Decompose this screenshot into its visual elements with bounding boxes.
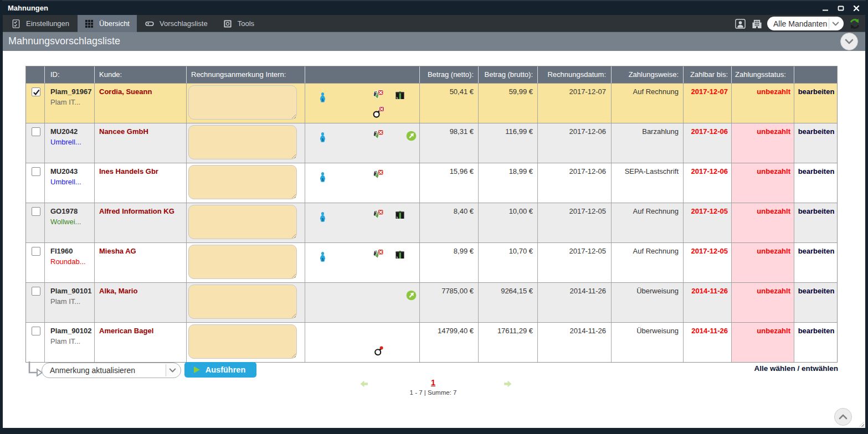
note-textarea[interactable]: [188, 125, 297, 159]
maximize-button[interactable]: [838, 5, 844, 12]
goto-arrow-icon[interactable]: [406, 131, 417, 141]
invoice-date: 2017-12-06: [538, 123, 612, 163]
chevron-down-icon: [169, 368, 176, 373]
note-cell: [187, 123, 305, 163]
customer-link[interactable]: Alka, Mario: [95, 283, 187, 322]
row-checkbox[interactable]: [32, 287, 40, 296]
row-icons-cell: [305, 123, 420, 163]
prev-page-icon[interactable]: [360, 380, 368, 388]
execute-button[interactable]: Ausführen: [184, 362, 256, 378]
invoice-date: 2014-11-26: [538, 283, 612, 322]
row-checkbox[interactable]: [32, 127, 40, 136]
note-textarea[interactable]: [188, 324, 297, 359]
tab-einstellungen[interactable]: Einstellungen: [4, 15, 76, 32]
tab-tools[interactable]: Tools: [216, 15, 261, 32]
checkbox-cell: [26, 203, 45, 242]
table-row: Plam_91967 Plam IT... Cordia, Sueann 50,…: [26, 83, 837, 123]
client-link[interactable]: Plam IT...: [50, 297, 94, 306]
note-textarea[interactable]: [188, 85, 297, 120]
page-title: Mahnungsvorschlagsliste: [8, 35, 120, 47]
client-link[interactable]: Umbrell...: [50, 178, 94, 186]
tab-übersicht[interactable]: Übersicht: [78, 15, 137, 32]
id-cell: MU2043 Umbrell...: [45, 163, 95, 203]
customer-link[interactable]: Ines Handels Gbr: [95, 163, 187, 203]
note-cell: [187, 323, 305, 362]
customer-link[interactable]: Nancee GmbH: [95, 123, 187, 163]
customer-link[interactable]: Cordia, Sueann: [95, 84, 187, 123]
tab-label: Übersicht: [99, 19, 130, 28]
goto-arrow-icon[interactable]: [406, 290, 417, 301]
row-checkbox[interactable]: [32, 167, 40, 176]
dunning-cancel-icon[interactable]: [371, 90, 383, 101]
user-icon[interactable]: [735, 19, 746, 29]
collapse-button[interactable]: [840, 33, 858, 50]
row-icons-cell: [305, 84, 420, 123]
edit-link[interactable]: bearbeiten: [794, 243, 838, 282]
header-zahlbar: Zahlbar bis:: [684, 66, 732, 83]
edit-link[interactable]: bearbeiten: [794, 203, 838, 242]
scroll-top-button[interactable]: [834, 408, 852, 426]
edit-link[interactable]: bearbeiten: [794, 323, 838, 362]
package-icon[interactable]: [394, 90, 405, 101]
mandant-select[interactable]: Alle Mandanten: [767, 17, 844, 30]
row-checkbox[interactable]: [32, 327, 40, 335]
tab-vorschlagsliste[interactable]: Vorschlagsliste: [138, 15, 215, 32]
row-checkbox[interactable]: [32, 87, 40, 96]
edit-link[interactable]: bearbeiten: [794, 163, 838, 203]
window-titlebar: Mahnungen: [3, 2, 865, 15]
table-row: MU2043 Umbrell... Ines Handels Gbr 15,96…: [26, 163, 837, 203]
minimize-button[interactable]: [822, 5, 829, 12]
settings-checklist-icon: [12, 19, 20, 28]
edit-link[interactable]: bearbeiten: [794, 84, 838, 123]
customer-link[interactable]: Miesha AG: [95, 243, 187, 282]
client-link[interactable]: Plam IT...: [50, 337, 94, 345]
checkbox-cell: [26, 84, 45, 123]
edit-link[interactable]: bearbeiten: [794, 123, 838, 163]
header-kunde: Kunde:: [95, 66, 187, 83]
close-button[interactable]: [853, 5, 860, 12]
client-link[interactable]: Plam IT...: [50, 98, 94, 106]
client-link[interactable]: Roundab...: [50, 257, 94, 266]
note-textarea[interactable]: [188, 245, 297, 279]
note-textarea[interactable]: [188, 285, 297, 319]
search-cancel-icon[interactable]: [372, 106, 384, 118]
invoice-id: MU2043: [50, 167, 94, 175]
row-checkbox[interactable]: [32, 207, 40, 216]
note-textarea[interactable]: [188, 165, 297, 199]
invoice-id: Plam_90102: [50, 327, 94, 335]
money-person-icon[interactable]: [317, 172, 328, 183]
main-content: ID: Kunde: Rechnungsanmerkung Intern: Be…: [3, 51, 865, 428]
customer-link[interactable]: American Bagel: [95, 323, 187, 362]
refresh-icon[interactable]: [849, 18, 860, 29]
window-resize-grip[interactable]: [859, 422, 864, 427]
money-person-icon[interactable]: [317, 92, 328, 103]
client-link[interactable]: Umbrell...: [50, 138, 94, 146]
dunning-cancel-icon[interactable]: [371, 169, 383, 180]
dunning-cancel-icon[interactable]: [371, 249, 383, 260]
edit-link[interactable]: bearbeiten: [794, 283, 838, 322]
company-icon[interactable]: [752, 19, 762, 29]
dunning-cancel-icon[interactable]: [371, 209, 383, 220]
money-person-icon[interactable]: [317, 132, 328, 143]
due-date: 2017-12-07: [684, 84, 732, 123]
money-person-icon[interactable]: [317, 211, 328, 223]
client-link[interactable]: Wollwei...: [50, 218, 94, 226]
note-textarea[interactable]: [188, 205, 297, 239]
due-date: 2017-12-05: [684, 203, 732, 242]
select-all-links[interactable]: Alle wählen / entwählen: [754, 364, 838, 373]
package-icon[interactable]: [394, 249, 405, 260]
next-page-icon[interactable]: [504, 380, 512, 388]
search-dot-icon[interactable]: [374, 345, 385, 356]
amount-net: 8,40 €: [420, 203, 479, 242]
row-checkbox[interactable]: [32, 247, 40, 256]
row-icons-cell: [305, 323, 420, 362]
current-page[interactable]: 1: [417, 378, 450, 387]
bulk-action-select[interactable]: Anmerkung aktualisieren: [42, 363, 181, 378]
customer-link[interactable]: Alfred Information KG: [95, 203, 187, 242]
money-person-icon[interactable]: [317, 251, 328, 262]
invoice-id: GO1978: [50, 207, 94, 215]
dunning-cancel-icon[interactable]: [371, 130, 383, 141]
header-netto: Betrag (netto):: [420, 66, 479, 83]
overview-grid-icon: [85, 19, 94, 28]
package-icon[interactable]: [394, 209, 405, 220]
